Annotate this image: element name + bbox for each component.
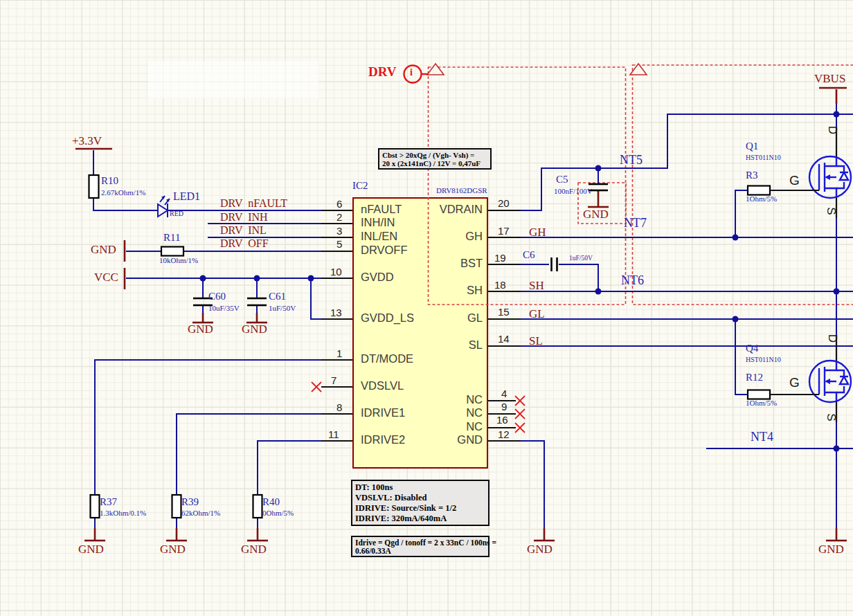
pin-num-3[interactable]: 3	[336, 226, 342, 237]
des-led1[interactable]: LED1	[173, 191, 200, 203]
net-drv-off[interactable]: DRV OFF	[220, 238, 269, 250]
val-q1[interactable]: HST011N10	[746, 154, 781, 162]
des-c5[interactable]: C5	[556, 174, 568, 185]
val-r37[interactable]: 1.3kOhm/0.1%	[100, 509, 146, 518]
pin-num-16[interactable]: 16	[496, 415, 508, 426]
val-q4[interactable]: HST011N10	[746, 356, 781, 364]
pin-num-12[interactable]: 12	[498, 429, 510, 440]
net-gh[interactable]: GH	[529, 226, 546, 239]
net-nt6[interactable]: NT6	[621, 274, 644, 287]
pin-num-10[interactable]: 10	[330, 266, 342, 278]
des-q4[interactable]: Q4	[746, 343, 758, 354]
gnd-q4[interactable]: GND	[818, 543, 844, 556]
power-port-vcc[interactable]: VCC	[94, 271, 118, 284]
val-c6[interactable]: 1uF/50V	[569, 255, 593, 262]
directive-drv-label[interactable]: DRV	[368, 65, 397, 79]
pin-num-18[interactable]: 18	[494, 280, 506, 291]
pin-num-14[interactable]: 14	[498, 334, 510, 345]
pin-name-r-19[interactable]: BST	[415, 257, 483, 269]
pin-name-r-17[interactable]: GH	[415, 230, 483, 242]
des-c6[interactable]: C6	[523, 250, 535, 261]
des-r40[interactable]: R40	[262, 497, 280, 508]
pin-name-r-12[interactable]: GND	[415, 434, 483, 446]
pin-num-6[interactable]: 6	[336, 199, 342, 210]
des-c60[interactable]: C60	[208, 291, 226, 302]
pin-name-r-14[interactable]: SL	[415, 339, 483, 351]
power-port-3v3[interactable]: +3.3V	[72, 135, 102, 147]
pin-num-1[interactable]: 1	[336, 348, 342, 359]
pin-num-2[interactable]: 2	[336, 212, 342, 223]
pin-num-17[interactable]: 17	[498, 226, 510, 237]
val-r3[interactable]: 1Ohm/5%	[746, 195, 777, 203]
net-nt7[interactable]: NT7	[624, 217, 647, 230]
pin-s-q4[interactable]: S	[825, 410, 837, 424]
des-r37[interactable]: R37	[100, 497, 117, 508]
pin-name-r-4[interactable]: NC	[415, 394, 483, 406]
pin-name-IDRIVE1[interactable]: IDRIVE1	[361, 407, 405, 419]
gnd-r40[interactable]: GND	[241, 543, 267, 556]
pin-name-r-18[interactable]: SH	[415, 284, 483, 296]
gnd-r39[interactable]: GND	[160, 543, 186, 556]
val-c61[interactable]: 1uF/50V	[269, 305, 296, 313]
pin-num-15[interactable]: 15	[498, 307, 510, 318]
pin-num-8[interactable]: 8	[336, 402, 342, 413]
pin-num-20[interactable]: 20	[498, 198, 510, 209]
net-nt4[interactable]: NT4	[751, 431, 773, 444]
net-drv-inl[interactable]: DRV INL	[220, 225, 267, 237]
pin-name-VDSLVL[interactable]: VDSLVL	[361, 380, 404, 392]
net-sh[interactable]: SH	[529, 280, 544, 292]
pin-name-DT/MODE[interactable]: DT/MODE	[361, 353, 413, 365]
val-r10[interactable]: 2.67kOhm/1%	[101, 189, 145, 197]
pin-name-GVDD_LS[interactable]: GVDD_LS	[361, 312, 414, 324]
pin-name-IDRIVE2[interactable]: IDRIVE2	[361, 434, 405, 446]
val-led1[interactable]: RED	[170, 210, 183, 218]
pin-d-q1[interactable]: D	[826, 123, 838, 137]
val-c60[interactable]: 10uF/35V	[208, 305, 240, 313]
pin-num-13[interactable]: 13	[330, 307, 342, 318]
pin-name-INH/IN[interactable]: INH/IN	[361, 217, 395, 228]
des-r3[interactable]: R3	[746, 170, 758, 181]
des-q1[interactable]: Q1	[746, 141, 758, 152]
pin-name-r-20[interactable]: VDRAIN	[415, 203, 483, 215]
val-r40[interactable]: 0Ohm/5%	[262, 509, 294, 518]
gnd-c5[interactable]: GND	[583, 208, 609, 221]
pin-name-nFAULT[interactable]: nFAULT	[361, 203, 402, 215]
des-c61[interactable]: C61	[269, 291, 286, 302]
des-r10[interactable]: R10	[101, 176, 118, 187]
pin-g-q1[interactable]: G	[789, 174, 800, 188]
des-r11[interactable]: R11	[163, 233, 180, 244]
pin-name-INL/EN[interactable]: INL/EN	[361, 230, 397, 242]
pin-name-r-15[interactable]: GL	[415, 312, 483, 324]
gnd-c60[interactable]: GND	[188, 323, 213, 336]
val-r11[interactable]: 10kOhm/1%	[159, 257, 198, 265]
pin-name-r-16[interactable]: NC	[415, 421, 483, 433]
power-port-gnd[interactable]: GND	[91, 244, 116, 256]
pin-num-9[interactable]: 9	[501, 401, 507, 413]
val-r39[interactable]: 62kOhm/1%	[181, 509, 220, 518]
pin-num-7[interactable]: 7	[331, 375, 336, 386]
des-r39[interactable]: R39	[181, 497, 199, 508]
net-drv-nfault[interactable]: DRV nFAULT	[220, 198, 287, 210]
val-r12[interactable]: 1Ohm/5%	[746, 399, 777, 408]
des-ic2[interactable]: IC2	[352, 181, 368, 192]
power-port-vbus[interactable]: VBUS	[814, 73, 845, 85]
gnd-pin12[interactable]: GND	[527, 543, 553, 556]
part-ic2[interactable]: DRV8162DGSR	[436, 187, 487, 195]
pin-name-r-9[interactable]: NC	[415, 407, 483, 419]
pin-name-DRVOFF[interactable]: DRVOFF	[361, 244, 408, 256]
pin-num-19[interactable]: 19	[494, 253, 506, 264]
net-sl[interactable]: SL	[529, 335, 543, 347]
pin-num-5[interactable]: 5	[336, 239, 342, 250]
des-r12[interactable]: R12	[746, 372, 763, 383]
gnd-r37[interactable]: GND	[78, 543, 104, 556]
net-nt5[interactable]: NT5	[620, 154, 643, 167]
gnd-c61[interactable]: GND	[242, 323, 267, 336]
net-drv-inh[interactable]: DRV INH	[220, 212, 268, 224]
pin-g-q4[interactable]: G	[789, 376, 800, 390]
directive-info-glyph[interactable]: i	[410, 68, 413, 78]
pin-num-11[interactable]: 11	[328, 429, 339, 440]
pin-name-GVDD[interactable]: GVDD	[361, 271, 394, 283]
pin-num-4[interactable]: 4	[501, 388, 507, 399]
net-gl[interactable]: GL	[529, 308, 545, 320]
pin-s-q1[interactable]: S	[825, 204, 837, 218]
